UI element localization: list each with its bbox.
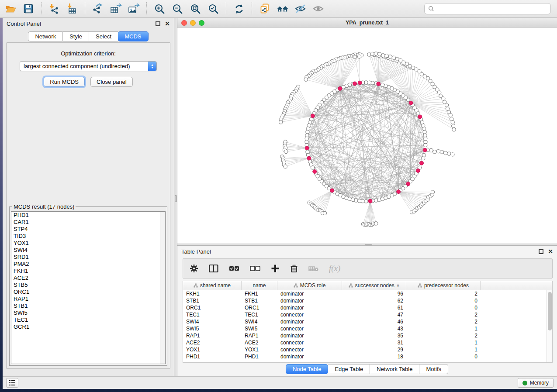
table-cell[interactable]: SWI5	[242, 326, 277, 332]
table-cell[interactable]: dominator	[277, 333, 342, 339]
table-cell[interactable]: TEC1	[183, 312, 242, 318]
hide-selected-icon[interactable]	[294, 3, 307, 15]
column-header-successor-nodes[interactable]: successor nodes∨	[342, 281, 406, 290]
table-cell[interactable]: connector	[277, 326, 342, 332]
table-cell[interactable]: ORC1	[242, 305, 277, 311]
tab-network-table[interactable]: Network Table	[370, 364, 419, 374]
table-cell[interactable]: FKH1	[183, 291, 242, 297]
mcds-result-item[interactable]: ORC1	[11, 289, 165, 296]
table-cell[interactable]: 2	[406, 319, 481, 325]
zoom-window-light[interactable]	[199, 20, 204, 26]
refresh-view-icon[interactable]	[233, 3, 245, 15]
mcds-result-item[interactable]: SRD1	[11, 254, 165, 261]
table-cell[interactable]: STB1	[242, 298, 277, 304]
minimize-window-light[interactable]	[190, 20, 196, 26]
search-box[interactable]	[424, 3, 551, 14]
table-cell[interactable]: ACE2	[242, 340, 277, 346]
zoom-fit-icon[interactable]	[189, 3, 201, 15]
mcds-result-item[interactable]: CAR1	[11, 219, 165, 226]
table-cell[interactable]: 0	[406, 305, 481, 311]
table-cell[interactable]: dominator	[277, 319, 342, 325]
table-cell[interactable]: TEC1	[242, 312, 277, 318]
mcds-result-item[interactable]: FKH1	[11, 268, 165, 275]
show-all-icon[interactable]	[312, 3, 325, 15]
table-cell[interactable]: ORC1	[183, 305, 242, 311]
zoom-in-icon[interactable]	[153, 3, 166, 15]
first-neighbors-icon[interactable]	[277, 3, 289, 15]
scrollbar-thumb[interactable]	[548, 292, 552, 330]
table-row[interactable]: RAP1RAP1dominator352	[183, 332, 547, 339]
select-all-icon[interactable]	[228, 262, 240, 275]
delete-table-icon[interactable]	[308, 262, 319, 275]
table-cell[interactable]: PHD1	[242, 354, 277, 360]
table-cell[interactable]: STB1	[183, 298, 242, 304]
network-graph[interactable]	[177, 28, 557, 244]
table-cell[interactable]: 43	[342, 326, 406, 332]
table-cell[interactable]: RAP1	[242, 333, 277, 339]
table-row[interactable]: SWI4SWI4dominator462	[183, 318, 547, 325]
column-header-name[interactable]: name	[242, 281, 277, 290]
delete-column-icon[interactable]	[290, 262, 298, 275]
close-panel-button[interactable]: Close panel	[90, 77, 133, 87]
splitter-handle[interactable]	[365, 244, 372, 245]
mcds-result-item[interactable]: TID3	[11, 233, 165, 240]
table-cell[interactable]: YOX1	[183, 347, 242, 353]
export-table-icon[interactable]	[110, 3, 122, 15]
mcds-result-item[interactable]: PHD1	[11, 212, 165, 219]
export-image-icon[interactable]	[128, 3, 140, 15]
table-cell[interactable]: FKH1	[242, 291, 277, 297]
table-row[interactable]: ORC1ORC1dominator610	[183, 304, 547, 311]
table-cell[interactable]: dominator	[277, 291, 342, 297]
table-row[interactable]: TEC1TEC1connector472	[183, 311, 547, 318]
table-cell[interactable]: RAP1	[183, 333, 242, 339]
mcds-result-item[interactable]: GCR1	[11, 323, 165, 330]
table-cell[interactable]: 2	[406, 312, 481, 318]
zoom-selected-icon[interactable]	[207, 3, 219, 15]
column-header-predecessor-nodes[interactable]: predecessor nodes	[406, 281, 481, 290]
table-row[interactable]: PHD1PHD1dominator180	[183, 353, 547, 360]
table-cell[interactable]: 29	[342, 347, 406, 353]
tab-style[interactable]: Style	[63, 31, 89, 41]
export-network-icon[interactable]	[92, 3, 104, 15]
mcds-list-scrollbar[interactable]	[160, 212, 165, 364]
mcds-result-item[interactable]: SWI4	[11, 247, 165, 254]
table-cell[interactable]: 35	[342, 333, 406, 339]
table-cell[interactable]: SWI4	[183, 319, 242, 325]
table-cell[interactable]: SWI5	[183, 326, 242, 332]
table-cell[interactable]: dominator	[277, 305, 342, 311]
mcds-result-item[interactable]: STB1	[11, 303, 165, 309]
show-column-icon[interactable]	[208, 262, 219, 275]
mcds-result-item[interactable]: SWI5	[11, 309, 165, 316]
column-header-MCDS-role[interactable]: MCDS role	[277, 281, 342, 290]
splitter-handle[interactable]	[175, 195, 177, 202]
copy-current-style-icon[interactable]	[259, 3, 271, 15]
settings-gear-icon[interactable]	[189, 262, 199, 275]
table-row[interactable]: ACE2ACE2connector311	[183, 339, 547, 346]
tab-select[interactable]: Select	[89, 31, 118, 41]
task-history-icon[interactable]	[6, 378, 18, 388]
vertical-splitter[interactable]	[174, 18, 177, 376]
import-network-icon[interactable]	[48, 3, 60, 15]
function-builder-icon[interactable]: f(x)	[329, 262, 340, 275]
mcds-result-list[interactable]: PHD1CAR1STP4TID3YOX1SWI4SRD1PMA2FKH1ACE2…	[11, 211, 166, 364]
table-row[interactable]: FKH1FKH1dominator962	[183, 290, 547, 297]
table-cell[interactable]: 2	[406, 291, 481, 297]
save-session-icon[interactable]	[22, 3, 35, 15]
table-cell[interactable]: 46	[342, 319, 406, 325]
table-cell[interactable]: 18	[342, 354, 406, 360]
close-panel-icon[interactable]: ✕	[548, 248, 553, 254]
table-cell[interactable]: PHD1	[183, 354, 242, 360]
table-cell[interactable]: connector	[277, 340, 342, 346]
mcds-result-item[interactable]: STP4	[11, 226, 165, 233]
float-panel-icon[interactable]	[156, 21, 160, 26]
table-cell[interactable]: 31	[342, 340, 406, 346]
optimization-criterion-select[interactable]: largest connected component (undirected)…	[20, 61, 157, 71]
table-cell[interactable]: 2	[406, 333, 481, 339]
table-cell[interactable]: dominator	[277, 354, 342, 360]
memory-button[interactable]: Memory	[518, 378, 554, 388]
add-column-icon[interactable]	[270, 262, 280, 275]
mcds-result-item[interactable]: RAP1	[11, 296, 165, 303]
table-cell[interactable]: connector	[277, 312, 342, 318]
table-cell[interactable]: SWI4	[242, 319, 277, 325]
table-cell[interactable]: 1	[406, 347, 481, 353]
